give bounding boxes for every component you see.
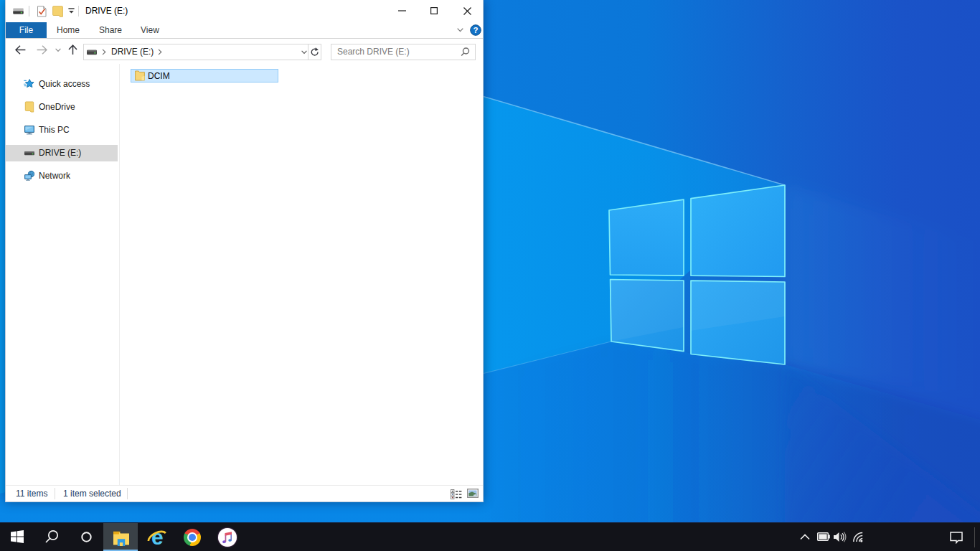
- svg-text:?: ?: [473, 26, 478, 34]
- svg-text:e: e: [151, 526, 164, 548]
